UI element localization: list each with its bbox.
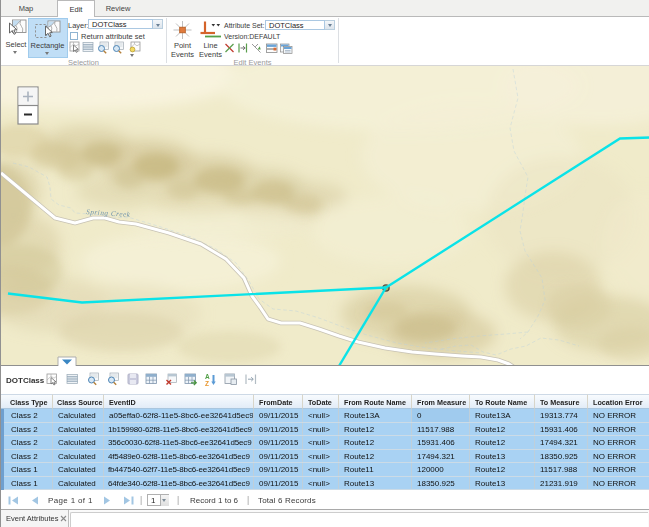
svg-text:Z: Z: [205, 380, 209, 387]
